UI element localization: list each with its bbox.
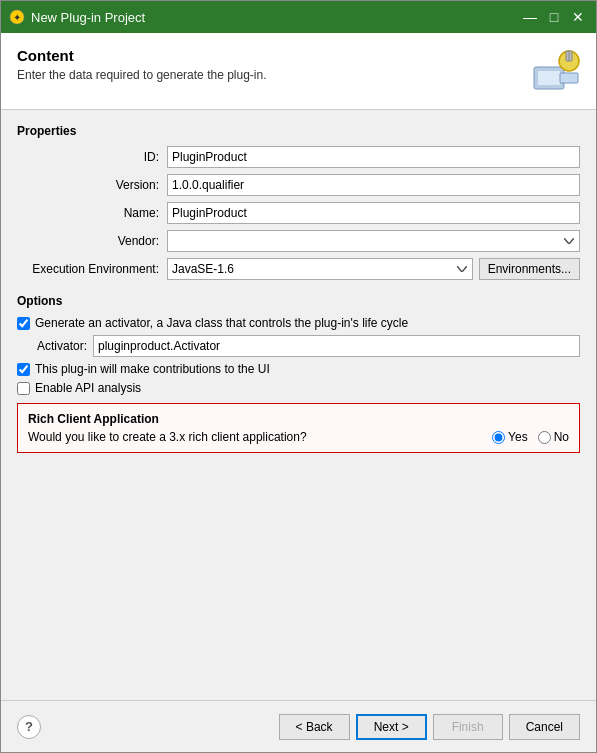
vendor-label: Vendor:	[17, 234, 167, 248]
cancel-button[interactable]: Cancel	[509, 714, 580, 740]
name-label: Name:	[17, 206, 167, 220]
next-button[interactable]: Next >	[356, 714, 427, 740]
generate-activator-label[interactable]: Generate an activator, a Java class that…	[35, 316, 408, 330]
rich-client-row: Would you like to create a 3.x rich clie…	[28, 430, 569, 444]
activator-row: Activator:	[17, 335, 580, 357]
name-row: Name:	[17, 202, 580, 224]
generate-activator-checkbox[interactable]	[17, 317, 30, 330]
generate-activator-row: Generate an activator, a Java class that…	[17, 316, 580, 330]
rich-client-radio-group: Yes No	[492, 430, 569, 444]
window-controls: — □ ✕	[520, 7, 588, 27]
activator-label: Activator:	[37, 339, 87, 353]
footer: ? < Back Next > Finish Cancel	[1, 700, 596, 752]
no-label: No	[554, 430, 569, 444]
title-bar: ✦ New Plug-in Project — □ ✕	[1, 1, 596, 33]
rich-client-box: Rich Client Application Would you like t…	[17, 403, 580, 453]
page-title: Content	[17, 47, 267, 64]
rich-client-title: Rich Client Application	[28, 412, 569, 426]
vendor-row: Vendor:	[17, 230, 580, 252]
svg-rect-3	[538, 71, 560, 85]
execution-env-row: Execution Environment: JavaSE-1.6 Enviro…	[17, 258, 580, 280]
maximize-button[interactable]: □	[544, 7, 564, 27]
window-title: New Plug-in Project	[31, 10, 520, 25]
contributions-checkbox[interactable]	[17, 363, 30, 376]
version-row: Version:	[17, 174, 580, 196]
rich-client-question: Would you like to create a 3.x rich clie…	[28, 430, 492, 444]
minimize-button[interactable]: —	[520, 7, 540, 27]
plugin-icon	[532, 47, 580, 95]
version-input[interactable]	[167, 174, 580, 196]
footer-buttons: < Back Next > Finish Cancel	[279, 714, 580, 740]
page-description: Enter the data required to generate the …	[17, 68, 267, 82]
back-button[interactable]: < Back	[279, 714, 350, 740]
no-option[interactable]: No	[538, 430, 569, 444]
id-label: ID:	[17, 150, 167, 164]
options-section: Options Generate an activator, a Java cl…	[17, 294, 580, 453]
window-icon: ✦	[9, 9, 25, 25]
api-analysis-row: Enable API analysis	[17, 381, 580, 395]
activator-input[interactable]	[93, 335, 580, 357]
properties-section: Properties ID: Version: Name: Vendor:	[17, 124, 580, 280]
header-text: Content Enter the data required to gener…	[17, 47, 267, 82]
id-input[interactable]	[167, 146, 580, 168]
main-window: ✦ New Plug-in Project — □ ✕ Content Ente…	[0, 0, 597, 753]
no-radio[interactable]	[538, 431, 551, 444]
options-label: Options	[17, 294, 580, 308]
api-analysis-label[interactable]: Enable API analysis	[35, 381, 141, 395]
contributions-label[interactable]: This plug-in will make contributions to …	[35, 362, 270, 376]
version-label: Version:	[17, 178, 167, 192]
api-analysis-checkbox[interactable]	[17, 382, 30, 395]
close-button[interactable]: ✕	[568, 7, 588, 27]
name-input[interactable]	[167, 202, 580, 224]
properties-label: Properties	[17, 124, 580, 138]
execution-env-select[interactable]: JavaSE-1.6	[167, 258, 473, 280]
svg-rect-4	[560, 73, 578, 83]
svg-text:✦: ✦	[13, 12, 21, 23]
yes-label: Yes	[508, 430, 528, 444]
environments-button[interactable]: Environments...	[479, 258, 580, 280]
header-section: Content Enter the data required to gener…	[1, 33, 596, 110]
yes-radio[interactable]	[492, 431, 505, 444]
id-row: ID:	[17, 146, 580, 168]
execution-env-label: Execution Environment:	[17, 262, 167, 276]
contributions-row: This plug-in will make contributions to …	[17, 362, 580, 376]
yes-option[interactable]: Yes	[492, 430, 528, 444]
help-button[interactable]: ?	[17, 715, 41, 739]
content-area: Properties ID: Version: Name: Vendor:	[1, 110, 596, 700]
finish-button[interactable]: Finish	[433, 714, 503, 740]
vendor-select[interactable]	[167, 230, 580, 252]
